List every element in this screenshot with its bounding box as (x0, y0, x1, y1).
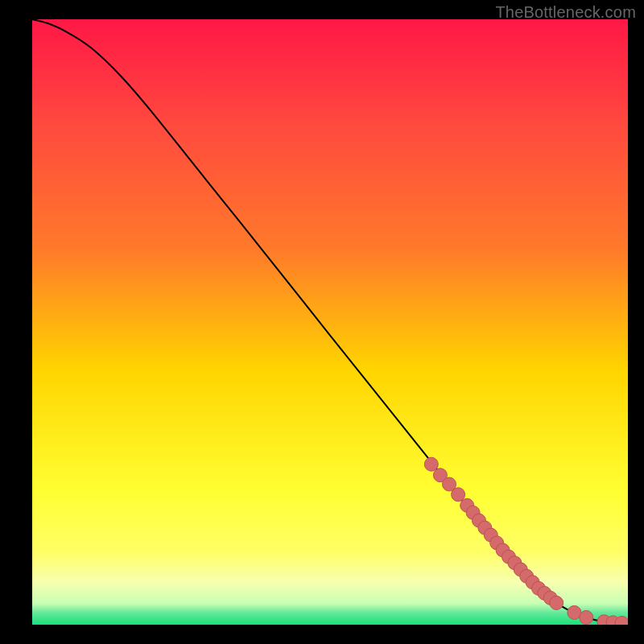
data-marker (580, 610, 593, 624)
chart-frame: TheBottleneck.com (0, 0, 644, 644)
watermark-text: TheBottleneck.com (495, 3, 636, 22)
chart-svg (32, 19, 628, 625)
data-marker (452, 488, 465, 502)
data-marker (424, 457, 438, 471)
gradient-bg (32, 19, 628, 625)
plot-area (32, 19, 628, 625)
data-marker (550, 596, 564, 609)
